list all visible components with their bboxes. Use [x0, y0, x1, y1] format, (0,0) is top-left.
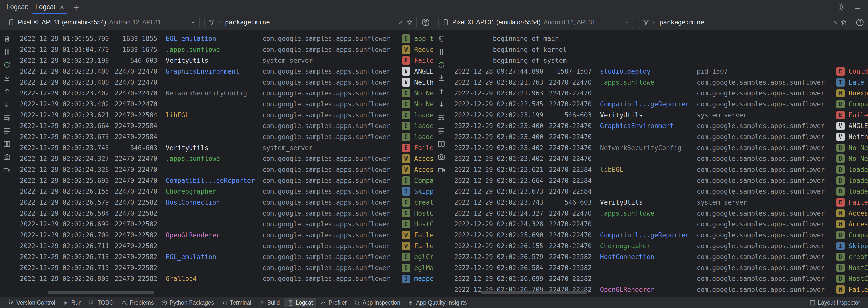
help-icon[interactable] [422, 18, 430, 27]
scroll-to-end-icon[interactable] [2, 73, 12, 83]
log-row[interactable]: 2022-12-29 02:02:26.57922470-22582HostCo… [14, 197, 434, 208]
screen-record-icon[interactable] [2, 165, 12, 175]
statusbar-item-layout-inspector[interactable]: Layout Inspector [806, 298, 864, 307]
pause-logcat-icon[interactable] [2, 47, 12, 57]
tab-close-icon[interactable]: × [60, 3, 64, 11]
device-selector[interactable]: Pixel XL API 31 (emulator-5554) Android … [4, 17, 200, 28]
device-selector[interactable]: Pixel XL API 31 (emulator-5554) Android … [438, 17, 634, 28]
log-row[interactable]: 2022-12-29 02:02:23.40222470-22470com.go… [14, 99, 434, 110]
log-row[interactable]: 2022-12-29 02:02:23.62122470-22584libEGL… [14, 110, 434, 120]
log-row[interactable]: 2022-12-29 02:02:23.40222470-22470Networ… [448, 142, 868, 153]
log-row[interactable]: 2022-12-28 09:27:44.8901507-1507studio.d… [448, 66, 868, 77]
log-row[interactable]: 2022-12-29 02:02:24.32722470-22470.apps.… [14, 153, 434, 164]
log-row[interactable]: 2022-12-29 02:02:24.32822470-22470com.go… [14, 164, 434, 175]
soft-wrap-icon[interactable] [2, 113, 12, 122]
log-row[interactable]: 2022-12-29 01:00:55.7901639-1855EGL_emul… [14, 33, 434, 44]
log-row[interactable]: 2022-12-29 02:02:23.66422470-22584com.go… [448, 175, 868, 186]
log-row[interactable]: 2022-12-29 02:02:21.96322470-22470com.go… [448, 88, 868, 99]
log-row[interactable]: 2022-12-29 02:02:22.54522470-22470Compat… [448, 99, 868, 110]
screen-record-icon[interactable] [436, 165, 446, 175]
scrollbar-thumb[interactable] [480, 291, 587, 294]
log-row[interactable]: 2022-12-29 02:02:26.69922470-22582com.go… [448, 273, 868, 284]
log-row[interactable]: 2022-12-29 01:01:04.7701639-1675.apps.su… [14, 44, 434, 55]
log-row[interactable]: 2022-12-29 02:02:26.70922470-22582OpenGL… [14, 230, 434, 241]
log-row[interactable]: 2022-12-29 02:02:26.71122470-22582com.go… [14, 241, 434, 251]
clear-filter-icon[interactable] [398, 19, 404, 25]
log-row[interactable]: 2022-12-29 02:02:23.199546-603VerityUtil… [448, 110, 868, 120]
clear-logcat-icon[interactable] [436, 34, 446, 44]
clear-filter-icon[interactable] [832, 19, 838, 25]
statusbar-item-logcat[interactable]: Logcat [284, 298, 316, 307]
scrollbar-thumb[interactable] [48, 291, 154, 294]
log-row[interactable]: 2022-12-29 02:02:24.32722470-22470.apps.… [448, 208, 868, 219]
filter-input[interactable]: package:mine [205, 17, 417, 28]
log-row[interactable]: 2022-12-29 02:02:23.67322470-22584com.go… [448, 186, 868, 197]
soft-wrap-icon[interactable] [436, 113, 446, 122]
log-row[interactable]: 2022-12-29 02:02:25.69022470-22470Compat… [448, 230, 868, 241]
statusbar-item-build[interactable]: Build [255, 298, 283, 307]
log-row[interactable]: 2022-12-29 02:02:23.62122470-22584libEGL… [448, 164, 868, 175]
next-occurrence-icon[interactable] [2, 100, 12, 109]
split-panels-icon[interactable] [436, 139, 446, 149]
filter-input[interactable]: package:mine [639, 17, 851, 28]
log-row[interactable]: 2022-12-29 02:02:26.71522470-22582com.go… [14, 262, 434, 273]
log-row[interactable]: 2022-12-29 02:02:26.57922470-22582HostCo… [448, 251, 868, 262]
horizontal-scrollbar[interactable] [462, 291, 862, 294]
statusbar-item-app-inspection[interactable]: App Inspection [351, 298, 404, 307]
split-panels-icon[interactable] [2, 139, 12, 149]
restart-logcat-icon[interactable] [2, 60, 12, 70]
pause-logcat-icon[interactable] [436, 47, 446, 57]
statusbar-item-version-control[interactable]: Version Control [4, 298, 59, 307]
statusbar-item-profiler[interactable]: Profiler [317, 298, 350, 307]
log-row[interactable]: --------- beginning of main [448, 33, 868, 44]
log-row[interactable]: 2022-12-29 02:02:23.199546-603VerityUtil… [14, 55, 434, 66]
new-tab-button[interactable]: + [69, 2, 83, 12]
log-row[interactable]: 2022-12-29 02:02:26.58422470-22582com.go… [448, 262, 868, 273]
previous-occurrence-icon[interactable] [436, 86, 446, 96]
next-occurrence-icon[interactable] [436, 100, 446, 109]
log-row[interactable]: 2022-12-29 02:02:26.58422470-22582com.go… [14, 208, 434, 219]
restart-logcat-icon[interactable] [436, 60, 446, 70]
clear-logcat-icon[interactable] [2, 34, 12, 44]
log-row[interactable]: --------- beginning of kernel [448, 44, 868, 55]
help-icon[interactable] [856, 18, 864, 27]
log-row[interactable]: 2022-12-29 02:02:23.40022470-22470Graphi… [448, 120, 868, 132]
scroll-to-end-icon[interactable] [436, 73, 446, 83]
log-view[interactable]: 2022-12-29 01:00:55.7901639-1855EGL_emul… [14, 30, 434, 297]
log-row[interactable]: 2022-12-29 02:02:21.76322470-22470.apps.… [448, 77, 868, 88]
log-row[interactable]: --------- beginning of system [448, 55, 868, 66]
settings-gear-icon[interactable] [838, 3, 845, 11]
log-row[interactable]: 2022-12-29 02:02:26.71322470-22582EGL_em… [14, 251, 434, 262]
log-row[interactable]: 2022-12-29 02:02:23.66422470-22584com.go… [14, 120, 434, 132]
log-view[interactable]: --------- beginning of main--------- beg… [448, 30, 868, 297]
configure-formatting-icon[interactable] [436, 126, 446, 136]
previous-occurrence-icon[interactable] [2, 86, 12, 96]
log-row[interactable]: 2022-12-29 02:02:24.32822470-22470com.go… [448, 219, 868, 230]
favorite-filter-icon[interactable] [840, 19, 847, 26]
log-row[interactable]: 2022-12-29 02:02:26.80322470-22582Grallo… [14, 273, 434, 284]
screenshot-icon[interactable] [2, 152, 12, 162]
hide-toolwindow-icon[interactable] [854, 3, 862, 11]
log-row[interactable]: 2022-12-29 02:02:23.40022470-22470com.go… [448, 132, 868, 142]
log-row[interactable]: 2022-12-29 02:02:26.15522470-22470Choreo… [448, 241, 868, 251]
screenshot-icon[interactable] [436, 152, 446, 162]
log-row[interactable]: 2022-12-29 02:02:23.40022470-22470com.go… [14, 77, 434, 88]
log-row[interactable]: 2022-12-29 02:02:23.40222470-22470Networ… [14, 88, 434, 99]
configure-formatting-icon[interactable] [2, 126, 12, 136]
log-row[interactable]: 2022-12-29 02:02:26.69922470-22582com.go… [14, 219, 434, 230]
log-row[interactable]: 2022-12-29 02:02:26.15522470-22470Choreo… [14, 186, 434, 197]
statusbar-item-problems[interactable]: Problems [118, 298, 157, 307]
tab-logcat[interactable]: Logcat × [31, 0, 69, 14]
favorite-filter-icon[interactable] [406, 19, 413, 26]
statusbar-item-terminal[interactable]: Terminal [218, 298, 255, 307]
statusbar-item-todo[interactable]: TODO [86, 298, 117, 307]
statusbar-item-run[interactable]: Run [59, 298, 85, 307]
log-row[interactable]: 2022-12-29 02:02:23.40222470-22470com.go… [448, 153, 868, 164]
log-row[interactable]: 2022-12-29 02:02:23.40022470-22470Graphi… [14, 66, 434, 77]
horizontal-scrollbar[interactable] [28, 291, 428, 294]
log-row[interactable]: 2022-12-29 02:02:23.743546-603VerityUtil… [448, 197, 868, 208]
log-row[interactable]: 2022-12-29 02:02:23.67322470-22584com.go… [14, 132, 434, 142]
log-row[interactable]: 2022-12-29 02:02:23.743546-603VerityUtil… [14, 142, 434, 153]
statusbar-item-app-quality-insights[interactable]: App Quality Insights [404, 298, 470, 307]
statusbar-item-python-packages[interactable]: Python Packages [158, 298, 217, 307]
